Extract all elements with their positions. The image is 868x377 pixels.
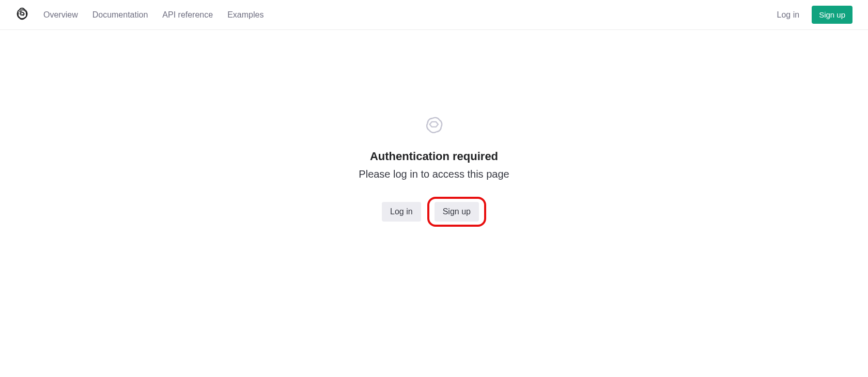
nav-api-reference[interactable]: API reference [162, 10, 213, 20]
top-nav: Overview Documentation API reference Exa… [0, 0, 868, 30]
openai-logo[interactable] [16, 7, 29, 23]
nav-right: Log in Sign up [777, 6, 853, 24]
center-logo [422, 113, 446, 138]
openai-logo-icon [422, 129, 446, 138]
auth-title: Authentication required [370, 150, 498, 163]
auth-buttons: Log in Sign up [382, 197, 486, 227]
annotation-highlight: Sign up [427, 197, 486, 227]
header-signup-button[interactable]: Sign up [812, 6, 853, 24]
nav-examples[interactable]: Examples [227, 10, 264, 20]
header-login-link[interactable]: Log in [777, 10, 800, 20]
nav-left: Overview Documentation API reference Exa… [16, 7, 264, 23]
auth-subtitle: Please log in to access this page [359, 168, 509, 180]
openai-logo-icon [16, 7, 29, 23]
nav-documentation[interactable]: Documentation [92, 10, 148, 20]
nav-links: Overview Documentation API reference Exa… [43, 10, 264, 20]
main-content: Authentication required Please log in to… [0, 30, 868, 227]
login-button[interactable]: Log in [382, 202, 421, 222]
nav-overview[interactable]: Overview [43, 10, 78, 20]
svg-marker-2 [430, 122, 438, 127]
signup-button[interactable]: Sign up [435, 202, 479, 222]
